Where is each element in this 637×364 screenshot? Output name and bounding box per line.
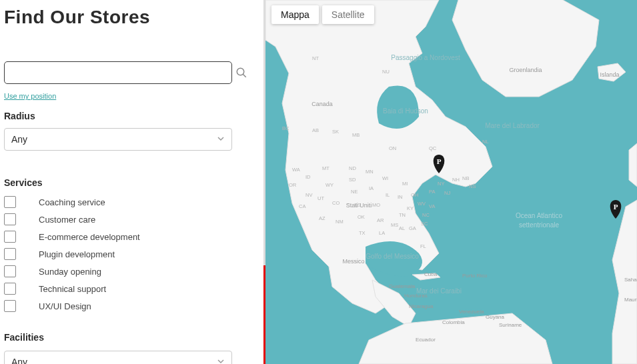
svg-text:NC: NC bbox=[422, 212, 430, 218]
service-label: Coaching service bbox=[39, 197, 105, 207]
svg-text:WV: WV bbox=[418, 201, 426, 207]
svg-text:UT: UT bbox=[317, 195, 324, 201]
svg-text:NB: NB bbox=[462, 175, 469, 181]
use-my-position-link[interactable]: Use my position bbox=[4, 92, 56, 100]
map-label: Suriname bbox=[499, 322, 522, 328]
facilities-block: Facilities Any bbox=[4, 332, 259, 364]
facilities-value: Any bbox=[11, 357, 27, 364]
svg-text:QC: QC bbox=[429, 145, 437, 151]
service-label: UX/UI Design bbox=[39, 301, 91, 311]
svg-text:SC: SC bbox=[421, 221, 428, 227]
map-panel: Mappa Satellite bbox=[265, 0, 637, 364]
map-label: Maurit bbox=[624, 297, 637, 303]
map-svg: Ocean Atlantico settentrionale Passaggio… bbox=[265, 0, 637, 364]
map-label: Sahara Occident bbox=[624, 277, 637, 283]
map-label: Ocean Atlantico bbox=[516, 212, 562, 219]
svg-text:NE: NE bbox=[351, 189, 358, 195]
svg-line-1 bbox=[243, 74, 246, 77]
svg-text:BC: BC bbox=[282, 125, 289, 131]
svg-text:MO: MO bbox=[372, 202, 380, 208]
svg-text:NU: NU bbox=[382, 69, 390, 75]
svg-text:NM: NM bbox=[336, 219, 344, 225]
service-row: Plugin development bbox=[4, 248, 259, 260]
map-type-map[interactable]: Mappa bbox=[271, 5, 319, 24]
svg-text:NJ: NJ bbox=[444, 190, 450, 196]
service-checkbox[interactable] bbox=[4, 213, 16, 225]
svg-text:ID: ID bbox=[305, 174, 311, 180]
svg-text:PA: PA bbox=[429, 189, 435, 195]
facilities-select[interactable]: Any bbox=[4, 351, 232, 364]
svg-text:FL: FL bbox=[420, 243, 426, 249]
search-input[interactable] bbox=[4, 61, 232, 84]
svg-text:P: P bbox=[437, 157, 442, 165]
svg-point-0 bbox=[237, 68, 244, 75]
service-checkbox[interactable] bbox=[4, 196, 16, 208]
map-label: Ecuador bbox=[416, 337, 436, 343]
svg-text:OR: OR bbox=[289, 182, 297, 188]
map-label: Porto Rico bbox=[462, 273, 488, 279]
app-root: Find Our Stores Use my position Radius A… bbox=[0, 0, 637, 364]
svg-text:LA: LA bbox=[379, 230, 385, 236]
svg-text:KY: KY bbox=[407, 205, 414, 211]
service-row: Customer care bbox=[4, 213, 259, 225]
service-row: Coaching service bbox=[4, 196, 259, 208]
svg-text:AL: AL bbox=[399, 225, 405, 231]
service-label: Customer care bbox=[39, 215, 95, 225]
svg-text:SK: SK bbox=[332, 129, 339, 135]
map-canvas[interactable]: Ocean Atlantico settentrionale Passaggio… bbox=[265, 0, 637, 364]
services-label: Services bbox=[4, 177, 259, 188]
svg-text:WY: WY bbox=[326, 182, 334, 188]
svg-text:NY: NY bbox=[438, 181, 444, 187]
service-label: Sunday opening bbox=[39, 267, 101, 277]
map-label: Honduras bbox=[404, 293, 428, 299]
svg-text:WA: WA bbox=[292, 167, 300, 173]
sidebar: Find Our Stores Use my position Radius A… bbox=[0, 0, 263, 364]
map-label: Venezuela bbox=[459, 309, 484, 315]
service-checkbox[interactable] bbox=[4, 231, 16, 243]
svg-text:NS: NS bbox=[469, 183, 476, 189]
search-box bbox=[4, 61, 259, 84]
svg-text:AB: AB bbox=[312, 127, 319, 133]
svg-text:P: P bbox=[614, 203, 618, 211]
map-label: Islanda bbox=[600, 71, 619, 78]
svg-text:GA: GA bbox=[409, 225, 416, 231]
radius-select[interactable]: Any bbox=[4, 128, 232, 151]
service-checkbox[interactable] bbox=[4, 248, 16, 260]
svg-text:NT: NT bbox=[312, 55, 319, 61]
page-title: Find Our Stores bbox=[4, 7, 259, 28]
svg-text:MT: MT bbox=[322, 165, 330, 171]
svg-text:AZ: AZ bbox=[319, 215, 326, 221]
svg-text:OK: OK bbox=[358, 214, 365, 220]
svg-text:KS: KS bbox=[354, 202, 361, 208]
service-checkbox[interactable] bbox=[4, 300, 16, 312]
map-label: Colombia bbox=[442, 319, 465, 325]
service-checkbox[interactable] bbox=[4, 265, 16, 277]
map-label: settentrionale bbox=[519, 221, 559, 229]
service-row: UX/UI Design bbox=[4, 300, 259, 312]
service-checkbox[interactable] bbox=[4, 283, 16, 295]
facilities-label: Facilities bbox=[4, 332, 259, 343]
map-label: Baia di Hudson bbox=[383, 107, 428, 115]
radius-label: Radius bbox=[4, 111, 259, 121]
map-label: Guatemala bbox=[389, 283, 416, 289]
svg-text:MS: MS bbox=[391, 222, 398, 228]
radius-block: Radius Any bbox=[4, 111, 259, 151]
svg-text:MB: MB bbox=[352, 132, 360, 138]
svg-text:CA: CA bbox=[299, 203, 305, 209]
map-label: Golfo del Messico bbox=[366, 253, 419, 260]
service-row: E-commerce development bbox=[4, 231, 259, 243]
svg-text:SD: SD bbox=[349, 177, 356, 183]
svg-text:TN: TN bbox=[399, 212, 406, 218]
map-label: Messico bbox=[342, 258, 364, 265]
radius-value: Any bbox=[11, 134, 27, 145]
svg-text:ND: ND bbox=[349, 165, 356, 171]
map-label: Mare del Labrador bbox=[485, 122, 540, 129]
svg-text:WI: WI bbox=[382, 175, 388, 181]
service-label: Technical support bbox=[39, 284, 106, 294]
svg-text:IN: IN bbox=[398, 194, 403, 200]
svg-text:NV: NV bbox=[305, 192, 312, 198]
services-block: Services Coaching service Customer care … bbox=[4, 177, 259, 312]
map-type-satellite[interactable]: Satellite bbox=[322, 5, 374, 24]
svg-text:NH: NH bbox=[452, 177, 460, 183]
map-type-controls: Mappa Satellite bbox=[271, 5, 374, 24]
